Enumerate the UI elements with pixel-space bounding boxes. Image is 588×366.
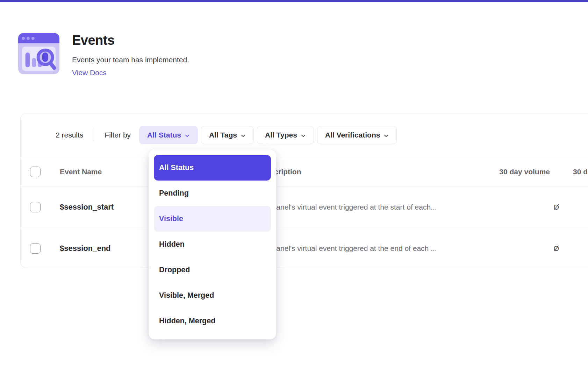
view-docs-link[interactable]: View Docs (72, 68, 189, 77)
dropdown-item-hidden-merged[interactable]: Hidden, Merged (154, 308, 271, 334)
tags-filter-label: All Tags (209, 131, 237, 139)
page-header: Events Events your team has implemented.… (18, 33, 189, 77)
dropdown-item-visible-merged[interactable]: Visible, Merged (154, 283, 271, 308)
results-count: 2 results (56, 131, 83, 139)
column-header-30-day-volume: 30 day volume (424, 168, 550, 176)
event-name-cell[interactable]: $session_end (60, 244, 111, 253)
verifications-filter-label: All Verifications (325, 131, 380, 139)
page-header-text: Events Events your team has implemented.… (72, 33, 189, 77)
events-page-icon (18, 33, 59, 74)
event-description-cell: Mixpanel's virtual event triggered at th… (261, 244, 437, 253)
select-all-checkbox[interactable] (30, 167, 41, 177)
dropdown-item-all-status[interactable]: All Status (154, 155, 271, 181)
chevron-down-icon (185, 133, 190, 138)
column-header-event-name: Event Name (60, 168, 102, 176)
verifications-filter-button[interactable]: All Verifications (317, 126, 397, 144)
events-table-card: 2 results Filter by All Status All Tags … (20, 113, 588, 268)
dropdown-item-pending[interactable]: Pending (154, 181, 271, 206)
chevron-down-icon (383, 133, 389, 138)
table-row[interactable]: $session_end Mixpanel's virtual event tr… (21, 228, 588, 268)
filter-by-label: Filter by (105, 131, 131, 139)
status-filter-dropdown: All Status Pending Visible Hidden Droppe… (149, 149, 276, 339)
page-title: Events (72, 34, 189, 47)
row-checkbox[interactable] (30, 202, 41, 212)
filter-bar: 2 results Filter by All Status All Tags … (21, 113, 588, 157)
dropdown-item-dropped[interactable]: Dropped (154, 257, 271, 283)
tags-filter-button[interactable]: All Tags (201, 126, 254, 144)
filter-bar-divider (94, 128, 94, 142)
event-name-cell[interactable]: $session_start (60, 203, 114, 212)
chevron-down-icon (241, 133, 246, 138)
event-volume-cell: Ø (433, 203, 559, 211)
events-page: Events Events your team has implemented.… (0, 0, 588, 366)
table-row[interactable]: $session_start Mixpanel's virtual event … (21, 186, 588, 228)
types-filter-button[interactable]: All Types (257, 126, 314, 144)
status-filter-button[interactable]: All Status (139, 126, 198, 144)
chevron-down-icon (301, 133, 306, 138)
event-volume-cell: Ø (433, 244, 559, 252)
dropdown-item-visible[interactable]: Visible (154, 206, 271, 232)
row-checkbox[interactable] (30, 243, 41, 254)
types-filter-label: All Types (265, 131, 297, 139)
column-header-30-day-users: 30 day users (573, 168, 588, 176)
status-filter-label: All Status (147, 131, 181, 139)
table-header-row: Event Name Description 30 day volume 30 … (21, 157, 588, 186)
top-accent-bar (0, 0, 588, 2)
dropdown-item-hidden[interactable]: Hidden (154, 232, 271, 257)
page-subtitle: Events your team has implemented. (72, 55, 189, 64)
event-description-cell: Mixpanel's virtual event triggered at th… (261, 203, 437, 211)
